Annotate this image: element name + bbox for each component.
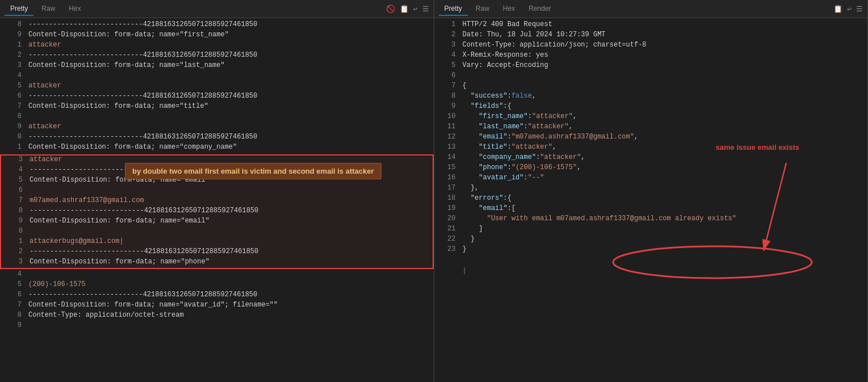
wrap-icon[interactable]: ↩ [413, 5, 418, 14]
menu-icon-right[interactable]: ☰ [856, 5, 863, 14]
json-company: 14 "company_name":"attacker", [434, 153, 868, 163]
code-line: 1 Content-Disposition: form-data; name="… [0, 143, 434, 153]
json-title: 13 "title":"attacker", [434, 143, 868, 153]
response-line-5: 5 Vary: Accept-Encoding [434, 61, 868, 72]
response-line-6: 6 [434, 72, 868, 82]
right-tab-bar: Pretty Raw Hex Render 📋 ↩ ☰ [434, 0, 868, 18]
json-phone: 15 "phone":"(200)-106-1575", [434, 163, 868, 174]
json-errors: 18 "errors":{ [434, 194, 868, 204]
code-line: 0 [1, 227, 433, 237]
tab-raw-left[interactable]: Raw [36, 2, 61, 16]
wrap-icon-right[interactable]: ↩ [847, 5, 852, 14]
response-line-7: 7 { [434, 82, 868, 92]
json-email-array-close: 21 ] [434, 225, 868, 235]
json-last-name: 11 "last_name":"attacker", [434, 123, 868, 133]
json-first-name: 10 "first_name":"attacker", [434, 112, 868, 123]
code-line: 9 attacker [0, 123, 434, 133]
code-line: 9 Content-Disposition: form-data; name="… [1, 217, 433, 227]
response-line-1: 1 HTTP/2 400 Bad Request [434, 20, 868, 31]
annotation-label: same issue email exists [716, 143, 799, 152]
cursor-indicator: | [434, 267, 868, 277]
code-line: 3 Content-Disposition: form-data; name="… [0, 61, 434, 72]
eye-slash-icon[interactable]: 🚫 [386, 5, 395, 14]
tab-hex-right[interactable]: Hex [497, 2, 521, 16]
code-line: 8 Content-Type: application/octet-stream [0, 311, 434, 321]
code-line: 2 ----------------------------4218816312… [0, 51, 434, 61]
code-line: 9 [0, 321, 434, 331]
code-line: 8 ----------------------------4218816312… [0, 20, 434, 31]
tab-pretty-right[interactable]: Pretty [439, 2, 468, 16]
code-line: 7 m07amed.ashraf1337@gmail.com [1, 196, 433, 207]
code-line: 6 [1, 186, 433, 196]
code-line: 7 Content-Disposition: form-data; name="… [0, 301, 434, 311]
json-errors-close: 22 } [434, 235, 868, 245]
code-line: 6 ----------------------------4218816312… [0, 291, 434, 301]
code-line: 0 ----------------------------4218816312… [0, 133, 434, 143]
response-line-3: 3 Content-Type: application/json; charse… [434, 41, 868, 51]
code-line: 4 [0, 270, 434, 280]
code-line: 7 Content-Disposition: form-data; name="… [0, 102, 434, 112]
response-line-4: 4 X-Remix-Response: yes [434, 51, 868, 61]
json-fields: 9 "fields":{ [434, 102, 868, 112]
left-code-area[interactable]: by double two email first email is victi… [0, 18, 434, 382]
json-fields-close: 17 }, [434, 184, 868, 194]
left-tab-bar: Pretty Raw Hex 🚫 📋 ↩ ☰ [0, 0, 434, 18]
tab-hex-left[interactable]: Hex [63, 2, 86, 16]
json-avatar: 16 "avatar_id":"--" [434, 174, 868, 184]
code-line: 1 attackerbugs@gmail.com| [1, 237, 433, 247]
code-line: 9 Content-Disposition: form-data; name="… [0, 31, 434, 41]
code-line: 8 ----------------------------4218816312… [1, 207, 433, 217]
right-panel-inner: same issue email exists 1 HTTP/2 400 Bad… [434, 18, 868, 382]
left-tab-icons: 🚫 📋 ↩ ☰ [386, 5, 429, 14]
right-panel: Pretty Raw Hex Render 📋 ↩ ☰ same issue e… [434, 0, 869, 382]
json-root-close: 23 } [434, 245, 868, 255]
json-email: 12 "email":"m07amed.ashraf1337@gmail.com… [434, 133, 868, 143]
json-email-errors: 19 "email":[ [434, 204, 868, 215]
tooltip-box: by double two email first email is victi… [125, 163, 381, 179]
code-line: 8 [0, 112, 434, 123]
menu-icon[interactable]: ☰ [422, 5, 429, 14]
code-line: 2 ----------------------------4218816312… [1, 247, 433, 258]
json-error-message: 20 "User with email m07amed.ashraf1337@g… [434, 215, 868, 225]
right-code-area[interactable]: same issue email exists 1 HTTP/2 400 Bad… [434, 18, 868, 382]
response-line-2: 2 Date: Thu, 18 Jul 2024 10:27:39 GMT [434, 31, 868, 41]
tab-raw-right[interactable]: Raw [470, 2, 495, 16]
code-line: 3 Content-Disposition: form-data; name="… [1, 258, 433, 268]
code-line: 5 attacker [0, 82, 434, 92]
left-panel: Pretty Raw Hex 🚫 📋 ↩ ☰ by double two ema… [0, 0, 434, 382]
copy-icon-right[interactable]: 📋 [833, 5, 842, 14]
tab-render-right[interactable]: Render [523, 2, 556, 16]
json-success: 8 "success":false, [434, 92, 868, 102]
code-line: 4 [0, 72, 434, 82]
code-line: 6 ----------------------------4218816312… [0, 92, 434, 102]
code-line: 1 attacker [0, 41, 434, 51]
code-line: 5 (200)-106-1575 [0, 280, 434, 291]
copy-icon[interactable]: 📋 [400, 5, 409, 14]
right-tab-icons: 📋 ↩ ☰ [833, 5, 863, 14]
tab-pretty-left[interactable]: Pretty [5, 2, 33, 16]
